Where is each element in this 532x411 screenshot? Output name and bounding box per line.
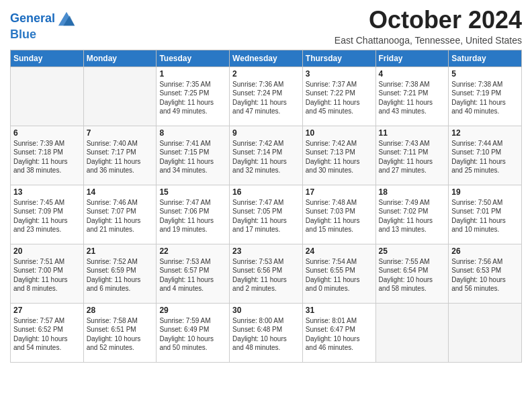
cell-details: Sunrise: 7:45 AMSunset: 7:09 PMDaylight:… [13, 198, 81, 234]
day-number: 17 [306, 187, 373, 197]
cell-details: Sunrise: 7:44 AMSunset: 7:10 PMDaylight:… [451, 139, 519, 175]
calendar-cell: 11Sunrise: 7:43 AMSunset: 7:11 PMDayligh… [375, 126, 449, 185]
day-number: 26 [451, 246, 519, 256]
logo-text: General [10, 12, 55, 26]
calendar-cell: 6Sunrise: 7:39 AMSunset: 7:18 PMDaylight… [11, 126, 84, 185]
header-day: Sunday [11, 50, 84, 66]
calendar-cell: 20Sunrise: 7:51 AMSunset: 7:00 PMDayligh… [11, 244, 84, 303]
calendar-week-row: 27Sunrise: 7:57 AMSunset: 6:52 PMDayligh… [11, 303, 522, 362]
cell-details: Sunrise: 7:58 AMSunset: 6:51 PMDaylight:… [87, 316, 154, 353]
cell-details: Sunrise: 7:55 AMSunset: 6:54 PMDaylight:… [379, 257, 446, 293]
cell-details: Sunrise: 7:47 AMSunset: 7:06 PMDaylight:… [159, 198, 226, 234]
day-number: 21 [87, 246, 154, 256]
calendar-cell [375, 303, 449, 362]
calendar-cell: 28Sunrise: 7:58 AMSunset: 6:51 PMDayligh… [83, 303, 157, 362]
header-day: Tuesday [157, 50, 230, 66]
cell-details: Sunrise: 7:36 AMSunset: 7:24 PMDaylight:… [232, 80, 300, 116]
calendar-cell: 14Sunrise: 7:46 AMSunset: 7:07 PMDayligh… [83, 185, 157, 244]
day-number: 23 [232, 246, 300, 256]
page: General Blue October 2024 East Chattanoo… [0, 0, 532, 411]
day-number: 19 [451, 187, 519, 197]
day-number: 28 [87, 306, 154, 315]
day-number: 8 [159, 128, 226, 138]
calendar-cell: 5Sunrise: 7:38 AMSunset: 7:19 PMDaylight… [449, 66, 522, 126]
calendar-week-row: 13Sunrise: 7:45 AMSunset: 7:09 PMDayligh… [11, 185, 522, 244]
day-number: 15 [159, 187, 226, 197]
day-number: 7 [87, 128, 154, 138]
calendar-cell: 3Sunrise: 7:37 AMSunset: 7:22 PMDaylight… [302, 66, 375, 126]
calendar-cell: 16Sunrise: 7:47 AMSunset: 7:05 PMDayligh… [230, 185, 303, 244]
cell-details: Sunrise: 8:01 AMSunset: 6:47 PMDaylight:… [306, 316, 373, 353]
calendar-week-row: 20Sunrise: 7:51 AMSunset: 7:00 PMDayligh… [11, 244, 522, 303]
cell-details: Sunrise: 7:42 AMSunset: 7:13 PMDaylight:… [306, 139, 373, 175]
cell-details: Sunrise: 7:50 AMSunset: 7:01 PMDaylight:… [451, 198, 519, 234]
calendar-cell: 10Sunrise: 7:42 AMSunset: 7:13 PMDayligh… [302, 126, 375, 185]
calendar-cell: 2Sunrise: 7:36 AMSunset: 7:24 PMDaylight… [230, 66, 303, 126]
day-number: 3 [306, 69, 373, 79]
calendar-cell: 15Sunrise: 7:47 AMSunset: 7:06 PMDayligh… [157, 185, 230, 244]
header-day: Wednesday [230, 50, 303, 66]
month-title: October 2024 [335, 7, 522, 34]
calendar-cell: 31Sunrise: 8:01 AMSunset: 6:47 PMDayligh… [302, 303, 375, 362]
cell-details: Sunrise: 7:41 AMSunset: 7:15 PMDaylight:… [159, 139, 226, 175]
day-number: 12 [451, 128, 519, 138]
calendar-table: SundayMondayTuesdayWednesdayThursdayFrid… [10, 50, 522, 363]
header: General Blue October 2024 East Chattanoo… [10, 7, 522, 46]
cell-details: Sunrise: 7:38 AMSunset: 7:21 PMDaylight:… [379, 80, 446, 116]
logo-icon [57, 9, 76, 28]
calendar-cell [11, 66, 84, 126]
calendar-cell: 21Sunrise: 7:52 AMSunset: 6:59 PMDayligh… [83, 244, 157, 303]
day-number: 6 [13, 128, 81, 138]
cell-details: Sunrise: 7:37 AMSunset: 7:22 PMDaylight:… [306, 80, 373, 116]
calendar-cell: 23Sunrise: 7:53 AMSunset: 6:56 PMDayligh… [230, 244, 303, 303]
calendar-cell [83, 66, 157, 126]
day-number: 27 [13, 306, 81, 315]
cell-details: Sunrise: 7:51 AMSunset: 7:00 PMDaylight:… [13, 257, 81, 293]
header-day: Thursday [302, 50, 375, 66]
calendar-week-row: 1Sunrise: 7:35 AMSunset: 7:25 PMDaylight… [11, 66, 522, 126]
cell-details: Sunrise: 7:59 AMSunset: 6:49 PMDaylight:… [159, 316, 226, 353]
day-number: 14 [87, 187, 154, 197]
header-row: SundayMondayTuesdayWednesdayThursdayFrid… [11, 50, 522, 66]
calendar-cell: 7Sunrise: 7:40 AMSunset: 7:17 PMDaylight… [83, 126, 157, 185]
calendar-cell: 17Sunrise: 7:48 AMSunset: 7:03 PMDayligh… [302, 185, 375, 244]
title-block: October 2024 East Chattanooga, Tennessee… [335, 7, 522, 46]
calendar-cell: 30Sunrise: 8:00 AMSunset: 6:48 PMDayligh… [230, 303, 303, 362]
cell-details: Sunrise: 7:53 AMSunset: 6:57 PMDaylight:… [159, 257, 226, 293]
header-day: Monday [83, 50, 157, 66]
cell-details: Sunrise: 7:46 AMSunset: 7:07 PMDaylight:… [87, 198, 154, 234]
day-number: 24 [306, 246, 373, 256]
calendar-cell: 27Sunrise: 7:57 AMSunset: 6:52 PMDayligh… [11, 303, 84, 362]
day-number: 4 [379, 69, 446, 79]
calendar-cell [449, 303, 522, 362]
day-number: 18 [379, 187, 446, 197]
day-number: 5 [451, 69, 519, 79]
cell-details: Sunrise: 7:39 AMSunset: 7:18 PMDaylight:… [13, 139, 81, 175]
cell-details: Sunrise: 8:00 AMSunset: 6:48 PMDaylight:… [232, 316, 300, 353]
calendar-cell: 19Sunrise: 7:50 AMSunset: 7:01 PMDayligh… [449, 185, 522, 244]
day-number: 9 [232, 128, 300, 138]
calendar-cell: 24Sunrise: 7:54 AMSunset: 6:55 PMDayligh… [302, 244, 375, 303]
logo-blue-text: Blue [10, 28, 76, 42]
day-number: 11 [379, 128, 446, 138]
cell-details: Sunrise: 7:40 AMSunset: 7:17 PMDaylight:… [87, 139, 154, 175]
calendar-cell: 1Sunrise: 7:35 AMSunset: 7:25 PMDaylight… [157, 66, 230, 126]
calendar-cell: 12Sunrise: 7:44 AMSunset: 7:10 PMDayligh… [449, 126, 522, 185]
header-day: Friday [375, 50, 449, 66]
day-number: 31 [306, 306, 373, 315]
calendar-cell: 4Sunrise: 7:38 AMSunset: 7:21 PMDaylight… [375, 66, 449, 126]
cell-details: Sunrise: 7:54 AMSunset: 6:55 PMDaylight:… [306, 257, 373, 293]
cell-details: Sunrise: 7:49 AMSunset: 7:02 PMDaylight:… [379, 198, 446, 234]
calendar-cell: 26Sunrise: 7:56 AMSunset: 6:53 PMDayligh… [449, 244, 522, 303]
cell-details: Sunrise: 7:47 AMSunset: 7:05 PMDaylight:… [232, 198, 300, 234]
day-number: 25 [379, 246, 446, 256]
cell-details: Sunrise: 7:56 AMSunset: 6:53 PMDaylight:… [451, 257, 519, 293]
day-number: 30 [232, 306, 300, 315]
day-number: 13 [13, 187, 81, 197]
header-day: Saturday [449, 50, 522, 66]
day-number: 10 [306, 128, 373, 138]
cell-details: Sunrise: 7:53 AMSunset: 6:56 PMDaylight:… [232, 257, 300, 293]
cell-details: Sunrise: 7:52 AMSunset: 6:59 PMDaylight:… [87, 257, 154, 293]
cell-details: Sunrise: 7:38 AMSunset: 7:19 PMDaylight:… [451, 80, 519, 116]
logo: General Blue [10, 9, 76, 42]
